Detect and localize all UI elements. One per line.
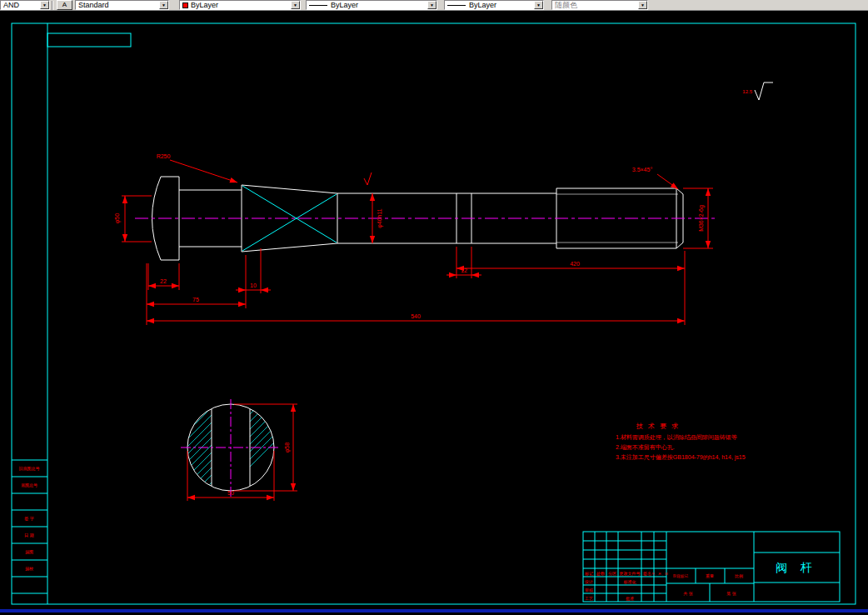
tech-requirements: 技 术 要 求 1.材料需调质处理，以消除结晶间隙问题铸锻等 2.端面不准留有中… (616, 422, 746, 461)
color-combo[interactable]: ByLayer ▼ (179, 0, 301, 10)
text-style-icon[interactable]: A (57, 0, 72, 10)
color-combo-value: ByLayer (191, 1, 291, 9)
corner-reference-box (47, 33, 131, 47)
roughness-value: 12.5 (742, 89, 752, 94)
chamfer-leader (657, 174, 678, 189)
tb-header-sign: 签名 (643, 571, 651, 577)
part-name: 阀 杆 (776, 561, 817, 574)
dim-radius-note: R250 (157, 153, 171, 159)
tb-scale-label: 比例 (735, 573, 743, 579)
linetype-sample-icon (309, 5, 327, 6)
plotstyle-combo-arrow-icon: ▼ (638, 1, 647, 9)
plotstyle-combo-value: 随颜色 (555, 0, 638, 10)
surface-roughness-icon (755, 82, 773, 100)
tb-sheet-total: 共 张 (683, 591, 692, 597)
toolbar-separator (52, 1, 53, 10)
tb-header-docno: 更改文件号 (620, 571, 641, 576)
shaft-roughness-icon (364, 172, 372, 185)
section-centerlines (181, 399, 281, 498)
tech-req-item: 2.端面不准留有中心孔. (616, 444, 675, 451)
dim-neck-dia: φ50 (114, 213, 121, 223)
side-table-labels: 旧底图总号 底图总号 签 字 日 期 描图 描校 (19, 466, 40, 572)
main-toolbar: AND ▼ A Standard ▼ ByLayer ▼ ByLayer ▼ B… (0, 0, 868, 11)
dim-thread-spec: M36×2-6g (698, 205, 705, 232)
dim-shaft-dia: φ40h11 (377, 208, 383, 228)
radius-leader (170, 160, 237, 182)
side-table-row-label: 日 期 (24, 532, 33, 538)
linetype-combo[interactable]: ByLayer ▼ (306, 0, 437, 10)
dim-taper-len: 10 (250, 282, 257, 288)
text-style-combo[interactable]: Standard ▼ (75, 0, 169, 10)
side-table-row-label: 底图总号 (21, 482, 37, 488)
cad-drawing[interactable]: 旧底图总号 底图总号 签 字 日 期 描图 描校 (0, 11, 868, 609)
plotstyle-combo[interactable]: 随颜色 ▼ (551, 0, 648, 10)
tb-role-approve: 批准 (626, 596, 634, 602)
layer-combo-arrow-icon[interactable]: ▼ (40, 1, 49, 9)
model-space-canvas[interactable]: 旧底图总号 底图总号 签 字 日 期 描图 描校 (0, 11, 868, 609)
tb-sheet-num: 第 张 (726, 591, 736, 597)
lineweight-combo[interactable]: ByLayer ▼ (444, 0, 544, 10)
lineweight-combo-arrow-icon[interactable]: ▼ (534, 1, 543, 9)
color-swatch-icon (182, 2, 188, 8)
tb-header-date: 年、月、日 (651, 572, 668, 576)
dim-groove-width: 12 (461, 268, 467, 273)
tech-req-title: 技 术 要 求 (636, 422, 681, 430)
dim-section-dia: φ58 (284, 442, 291, 452)
layer-combo-value: AND (3, 1, 40, 9)
dim-flange-width: 22 (160, 278, 167, 284)
linetype-combo-arrow-icon[interactable]: ▼ (427, 1, 436, 9)
title-block-labels: 标记 处数 分区 更改文件号 签名 年、月、日 设计 审核 工艺 标准化 批准 … (584, 571, 743, 602)
layer-combo[interactable]: AND ▼ (0, 0, 50, 10)
tb-weight-label: 重量 (706, 573, 714, 578)
dim-thread-section-length: 420 (570, 261, 580, 267)
tb-role-standard: 标准化 (623, 579, 636, 585)
side-table-row-label: 描校 (25, 566, 33, 572)
tb-header-mark: 标记 (584, 571, 593, 577)
side-table-grid (12, 460, 47, 593)
tb-role-check: 审核 (585, 588, 593, 592)
linetype-combo-value: ByLayer (331, 1, 427, 9)
tech-req-item: 1.材料需调质处理，以消除结晶间隙问题铸锻等 (616, 434, 737, 441)
drawing-frame (12, 23, 856, 604)
lineweight-combo-value: ByLayer (469, 1, 534, 9)
side-table-row-label: 旧底图总号 (19, 466, 40, 472)
dim-section-flat-width: 50 (227, 490, 234, 496)
tb-header-count: 处数 (596, 571, 605, 577)
side-table-row-label: 签 字 (24, 516, 33, 522)
dim-head-length: 75 (192, 297, 199, 302)
lineweight-sample-icon (447, 5, 466, 6)
tb-role-process: 工艺 (585, 596, 593, 601)
text-style-value: Standard (78, 1, 159, 9)
tb-role-design: 设计 (584, 579, 593, 584)
color-combo-arrow-icon[interactable]: ▼ (291, 1, 300, 9)
tb-stage-label: 阶段标记 (673, 573, 689, 579)
dim-chamfer-note: 3.5×45° (632, 167, 653, 172)
text-style-arrow-icon[interactable]: ▼ (159, 1, 168, 9)
dim-overall-length: 540 (411, 313, 421, 319)
tech-req-item: 3.未注加工尺寸偏差按GB1804-79的h14, h14, js15 (616, 453, 746, 461)
side-table-row-label: 描图 (25, 549, 33, 555)
tb-header-zone: 分区 (608, 571, 616, 576)
